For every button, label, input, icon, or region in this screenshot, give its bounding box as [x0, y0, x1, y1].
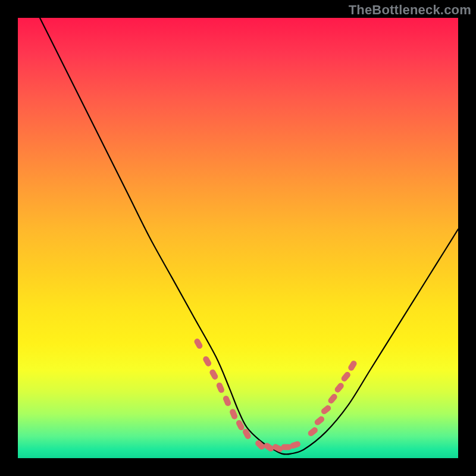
curve-marker [340, 371, 352, 383]
attribution-label: TheBottleneck.com [349, 2, 471, 18]
curve-marker [334, 381, 345, 393]
plot-area [18, 18, 458, 458]
curve-marker [314, 415, 325, 427]
curve-marker [347, 359, 358, 372]
chart-container: TheBottleneck.com [0, 0, 476, 476]
curve-marker [229, 408, 239, 420]
curve-marker [307, 426, 319, 437]
curve-marker [320, 404, 332, 415]
curve-marker [215, 381, 225, 393]
curve-marker [242, 428, 252, 440]
chart-svg [18, 18, 458, 458]
bottleneck-curve [40, 18, 458, 455]
curve-marker [222, 395, 231, 407]
curve-marker [202, 355, 212, 368]
curve-marker [327, 393, 338, 405]
marker-layer [193, 337, 358, 453]
curve-marker [193, 337, 203, 350]
curve-marker [209, 368, 219, 381]
